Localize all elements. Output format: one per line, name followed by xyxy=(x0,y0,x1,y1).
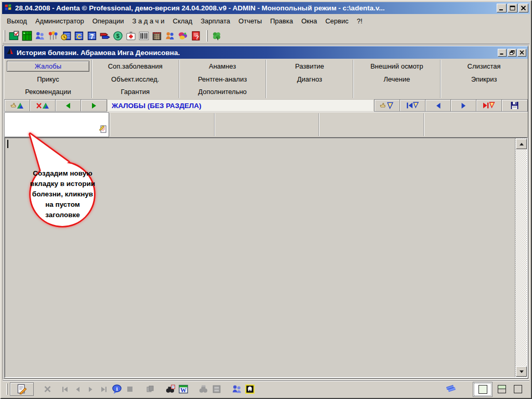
menu-item-otchety[interactable]: Отчеты xyxy=(234,16,266,26)
layout-blank-view-button[interactable] xyxy=(511,383,525,396)
patients-icon xyxy=(232,384,242,394)
page-header-empty-3[interactable] xyxy=(320,112,423,137)
menu-item-sklad[interactable]: Склад xyxy=(169,16,197,26)
clover-button[interactable] xyxy=(210,29,223,43)
menu-item-servis[interactable]: Сервис xyxy=(321,16,353,26)
money-button[interactable]: $ xyxy=(111,29,124,43)
svg-text:7: 7 xyxy=(90,33,94,40)
day-plan-icon xyxy=(9,31,19,41)
next-record-button[interactable] xyxy=(451,100,476,111)
tab-garantiya[interactable]: Гарантия xyxy=(92,85,179,98)
cash-desk-icon xyxy=(152,31,162,41)
triangle-down-icon xyxy=(520,370,524,373)
cash-flows-icon xyxy=(100,31,110,41)
child-minimize-button[interactable] xyxy=(498,49,507,57)
delete-section-button[interactable] xyxy=(30,100,56,111)
child-title-bar: История болезни. Абрамова Инга Деонисовн… xyxy=(4,46,528,59)
page-header-empty-2[interactable] xyxy=(215,112,319,137)
svg-text:C: C xyxy=(76,33,81,40)
tab-slizistaya[interactable]: Слизистая xyxy=(441,60,527,73)
tab-prikus[interactable]: Прикус xyxy=(5,73,91,86)
next-section-button[interactable] xyxy=(81,100,107,111)
cash-desk-button[interactable] xyxy=(150,29,163,43)
menu-item-zarplata[interactable]: Зарплата xyxy=(196,16,234,26)
tab-obekt-issled[interactable]: Объект.исслед. xyxy=(92,73,179,86)
menu-item-operacii[interactable]: Операции xyxy=(88,16,128,26)
child-window-title: История болезни. Абрамова Инга Деонисовн… xyxy=(17,49,180,57)
patients-button-bottom[interactable] xyxy=(230,383,243,395)
layout-split-view-button[interactable] xyxy=(495,383,509,396)
minimize-button[interactable] xyxy=(497,4,507,12)
word-button[interactable]: W xyxy=(177,383,190,395)
cash-flows-button[interactable] xyxy=(98,29,111,43)
tab-sop-zabolevaniya[interactable]: Соп.заболевания xyxy=(92,60,179,73)
page-header-band xyxy=(4,112,528,137)
edit-note-button[interactable] xyxy=(10,382,34,396)
child-close-button[interactable] xyxy=(517,49,526,57)
calendar-c-button[interactable]: C xyxy=(72,29,85,43)
menu-item-help[interactable]: ?! xyxy=(353,16,367,26)
tab-vneshnij-osmotr[interactable]: Внешний осмотр xyxy=(353,60,440,73)
history-tab-grid: Жалобы Прикус Рекомендации Соп.заболеван… xyxy=(4,59,528,99)
schedule-board-button[interactable] xyxy=(20,29,33,43)
tooth-card-button[interactable] xyxy=(243,383,256,395)
vertical-scrollbar[interactable] xyxy=(515,138,527,377)
tab-razvitie[interactable]: Развитие xyxy=(266,60,353,73)
tab-rekomendacii[interactable]: Рекомендации xyxy=(5,85,91,98)
help-mail-button[interactable]: ? xyxy=(189,29,202,43)
save-button[interactable] xyxy=(502,100,527,111)
menu-item-pravka[interactable]: Правка xyxy=(266,16,297,26)
timetable-icon xyxy=(61,31,71,41)
section-header: ЖАЛОБЫ (БЕЗ РАЗДЕЛА) xyxy=(107,99,374,112)
layout-buttons xyxy=(473,382,525,397)
calendar-7-button[interactable]: 7 xyxy=(85,29,98,43)
prev-section-button[interactable] xyxy=(56,100,81,111)
apply-section-button[interactable] xyxy=(5,100,30,111)
close-button[interactable] xyxy=(518,4,528,12)
info-button[interactable]: i xyxy=(110,383,123,395)
reports-palette-button[interactable] xyxy=(176,29,189,43)
find-in-word-button[interactable] xyxy=(164,383,177,395)
staff-button[interactable] xyxy=(163,29,176,43)
binoculars-word-icon xyxy=(165,384,176,394)
tab-rentgen-analiz[interactable]: Рентген-анализ xyxy=(179,73,266,86)
page-header-active[interactable] xyxy=(4,112,109,137)
tab-dopolnitelno[interactable]: Дополнительно xyxy=(179,85,266,98)
page-header-empty-1[interactable] xyxy=(110,112,214,137)
page-header-empty-4[interactable] xyxy=(424,112,528,137)
note-text-area[interactable] xyxy=(4,137,528,378)
patients-button[interactable] xyxy=(33,29,46,43)
holidays-button[interactable] xyxy=(46,29,59,43)
day-plan-button[interactable] xyxy=(7,29,20,43)
scroll-up-button[interactable] xyxy=(516,139,527,149)
menu-item-vyhod[interactable]: Выход xyxy=(3,16,31,26)
menu-item-administrator[interactable]: Администратор xyxy=(31,16,88,26)
menu-item-zadachi[interactable]: З а д а ч и xyxy=(128,16,169,26)
timetable-button[interactable] xyxy=(59,29,72,43)
maximize-button[interactable] xyxy=(508,4,517,12)
tab-epikriz[interactable]: Эпикриз xyxy=(441,73,527,86)
tab-lechenie[interactable]: Лечение xyxy=(353,73,440,86)
hand-pay-button[interactable] xyxy=(444,383,457,395)
edit-template-icon[interactable] xyxy=(99,125,107,135)
word-window-icon: W xyxy=(178,384,189,394)
barcode-icon xyxy=(139,31,149,41)
layout-single-view-button[interactable] xyxy=(473,382,493,397)
tab-diagnoz[interactable]: Диагноз xyxy=(266,73,353,86)
child-restore-button[interactable] xyxy=(508,49,516,57)
prev-record-button[interactable] xyxy=(425,100,451,111)
first-aid-button[interactable] xyxy=(124,29,137,43)
tab-anamnez[interactable]: Анамнез xyxy=(179,60,266,73)
tab-zhaloby[interactable]: Жалобы xyxy=(7,61,89,72)
bookmark-go-button[interactable] xyxy=(375,100,400,111)
toolbar-grip[interactable] xyxy=(206,30,208,42)
scroll-down-button[interactable] xyxy=(516,366,527,377)
floppy-icon xyxy=(510,101,519,110)
first-record-button[interactable] xyxy=(400,100,425,111)
section-right-buttons xyxy=(374,99,528,112)
barcode-button[interactable] xyxy=(137,29,150,43)
toolbar-grip[interactable] xyxy=(6,383,8,395)
menu-item-okna[interactable]: Окна xyxy=(297,16,321,26)
toolbar-grip[interactable] xyxy=(4,30,5,42)
last-record-button[interactable] xyxy=(476,100,502,111)
